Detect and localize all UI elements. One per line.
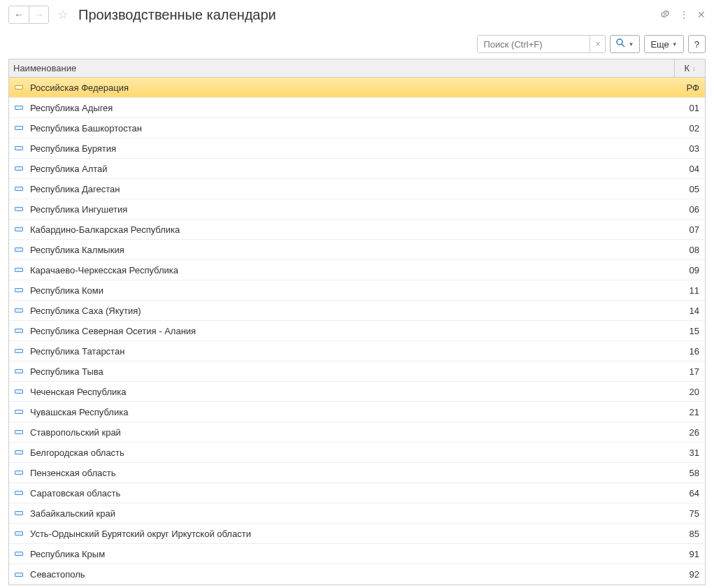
row-name: Республика Башкортостан [30,123,142,134]
row-name: Карачаево-Черкесская Республика [30,265,178,275]
cell-code: 14 [674,306,705,316]
help-button[interactable]: ? [688,35,706,53]
row-name: Республика Адыгея [30,103,113,113]
nav-buttons: ← → [8,6,49,24]
row-name: Ставропольский край [30,427,121,438]
item-icon [15,369,23,373]
table-row[interactable]: Республика Саха (Якутия)14 [9,301,705,321]
toolbar: × ▼ Еще ▼ ? [0,29,714,59]
table-row[interactable]: Карачаево-Черкесская Республика09 [9,260,705,280]
item-icon [15,552,23,556]
table-row[interactable]: Чеченская Республика20 [9,382,705,402]
table-row[interactable]: Усть-Ордынский Бурятский округ Иркутской… [9,524,705,544]
table-row[interactable]: Российская ФедерацияРФ [9,78,705,98]
cell-name: Республика Тыва [9,366,674,377]
item-icon [15,166,23,171]
table-row[interactable]: Забайкальский край75 [9,503,705,524]
search-dropdown-button[interactable]: ▼ [610,35,640,53]
cell-code: 91 [674,549,705,559]
table-row[interactable]: Ставропольский край26 [9,422,705,443]
nav-forward-button[interactable]: → [29,6,48,23]
cell-code: 02 [674,123,705,134]
column-header-name[interactable]: Наименование [9,63,674,73]
item-icon [15,450,23,454]
column-header-code[interactable]: К ↓ [674,59,705,77]
caret-down-icon: ▼ [672,41,678,48]
close-icon[interactable]: ✕ [697,9,706,20]
nav-back-button[interactable]: ← [9,6,29,23]
arrow-right-icon: → [34,9,44,20]
table-row[interactable]: Чувашская Республика21 [9,402,705,422]
search-input[interactable] [478,36,590,52]
cell-name: Республика Ингушетия [9,204,674,215]
item-icon [15,227,23,231]
table-row[interactable]: Кабардино-Балкарская Республика07 [9,220,705,240]
row-name: Белгородская область [30,447,124,458]
cell-name: Республика Бурятия [9,143,674,154]
more-button-label: Еще [650,39,669,50]
table-row[interactable]: Пензенская область58 [9,463,705,483]
row-name: Саратовская область [30,488,120,499]
cell-name: Республика Адыгея [9,103,674,113]
svg-point-0 [617,39,622,45]
cell-name: Республика Калмыкия [9,245,674,255]
item-icon [15,471,23,475]
row-name: Республика Коми [30,285,103,296]
table-row[interactable]: Республика Крым91 [9,544,705,564]
row-name: Республика Саха (Якутия) [30,306,141,316]
item-icon [15,410,23,414]
item-icon [15,531,23,536]
header: ← → ☆ Производственные календари ⋮ ✕ [0,0,714,29]
row-name: Забайкальский край [30,508,115,519]
table-row[interactable]: Республика Тыва17 [9,361,705,382]
caret-down-icon: ▼ [628,41,634,48]
table-row[interactable]: Севастополь92 [9,564,705,585]
help-button-label: ? [694,39,699,50]
table-row[interactable]: Белгородская область31 [9,443,705,463]
cell-name: Республика Дагестан [9,184,674,194]
table-row[interactable]: Республика Алтай04 [9,159,705,179]
table-row[interactable]: Республика Северная Осетия - Алания15 [9,321,705,341]
table-row[interactable]: Республика Ингушетия06 [9,199,705,220]
item-icon [15,349,23,353]
more-button[interactable]: Еще ▼ [644,35,683,53]
cell-name: Чувашская Республика [9,407,674,417]
table-row[interactable]: Республика Коми11 [9,280,705,301]
row-name: Чеченская Республика [30,387,126,397]
table-row[interactable]: Республика Калмыкия08 [9,240,705,260]
cell-name: Белгородская область [9,447,674,458]
cell-name: Республика Алтай [9,164,674,174]
table: Наименование К ↓ Российская ФедерацияРФР… [8,59,706,585]
cell-code: 21 [674,407,705,417]
cell-code: 31 [674,447,705,458]
cell-code: 16 [674,346,705,357]
kebab-icon[interactable]: ⋮ [679,9,689,20]
table-body: Российская ФедерацияРФРеспублика Адыгея0… [9,78,705,585]
table-row[interactable]: Республика Бурятия03 [9,138,705,159]
cell-name: Ставропольский край [9,427,674,438]
row-name: Республика Северная Осетия - Алания [30,326,196,336]
item-icon [15,146,23,150]
row-name: Пензенская область [30,468,115,478]
cell-code: 07 [674,224,705,235]
item-icon [15,187,23,191]
cell-code: 06 [674,204,705,215]
link-icon[interactable] [659,8,671,22]
cell-name: Республика Татарстан [9,346,674,357]
table-row[interactable]: Республика Татарстан16 [9,341,705,361]
table-row[interactable]: Республика Башкортостан02 [9,118,705,138]
cell-name: Российская Федерация [9,83,674,93]
cell-name: Карачаево-Черкесская Республика [9,265,674,275]
table-row[interactable]: Саратовская область64 [9,483,705,503]
table-row[interactable]: Республика Дагестан05 [9,179,705,199]
cell-name: Севастополь [9,569,674,580]
cell-name: Кабардино-Балкарская Республика [9,224,674,235]
cell-code: 75 [674,508,705,519]
cell-code: 01 [674,103,705,113]
row-name: Российская Федерация [30,83,129,93]
row-name: Кабардино-Балкарская Республика [30,224,180,235]
item-icon [15,207,23,211]
search-clear-button[interactable]: × [590,36,605,52]
table-row[interactable]: Республика Адыгея01 [9,98,705,118]
star-icon[interactable]: ☆ [57,7,69,22]
